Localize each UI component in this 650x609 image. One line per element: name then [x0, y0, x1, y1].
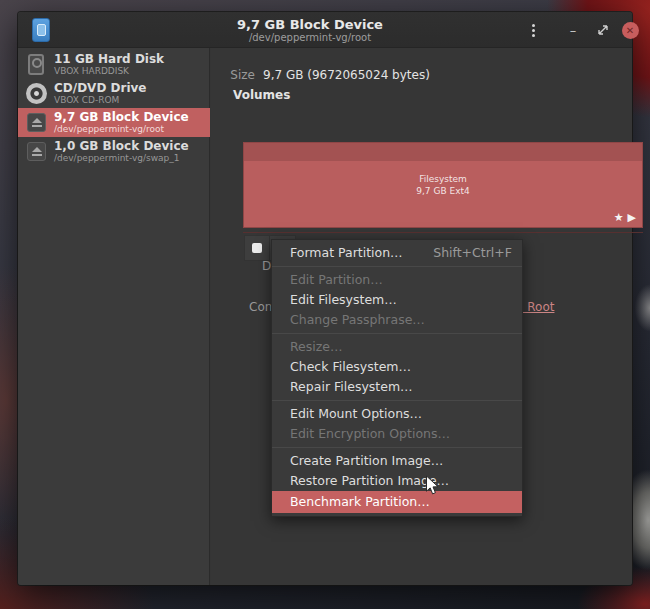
volume-frame-border [243, 232, 643, 233]
volume-name: Filesystem [419, 173, 467, 185]
device-sidebar: 11 GB Hard Disk VBOX HARDDISK CD/DVD Dri… [18, 48, 210, 585]
menu-separator [272, 447, 522, 448]
device-subtitle: /dev/peppermint-vg/swap_1 [54, 153, 179, 163]
size-value: 9,7 GB (9672065024 bytes) [263, 68, 430, 82]
menu-item-edit-filesystem[interactable]: Edit Filesystem… [272, 290, 522, 310]
window-subtitle: /dev/peppermint-vg/root [138, 32, 482, 44]
device-subtitle: VBOX HARDDISK [54, 66, 129, 76]
app-icon-glyph [37, 24, 46, 36]
sidebar-item-cd-drive[interactable]: CD/DVD Drive VBOX CD-ROM [18, 79, 210, 108]
close-button[interactable]: ✕ [619, 20, 641, 40]
star-icon: ★ [614, 211, 624, 224]
menu-separator [272, 333, 522, 334]
app-icon [32, 18, 50, 42]
sidebar-item-hard-disk[interactable]: 11 GB Hard Disk VBOX HARDDISK [18, 50, 210, 79]
menu-item-repair-filesystem[interactable]: Repair Filesystem… [272, 377, 522, 397]
menu-item-check-filesystem[interactable]: Check Filesystem… [272, 357, 522, 377]
maximize-button[interactable] [592, 20, 614, 40]
kebab-menu-icon[interactable] [522, 20, 544, 40]
menu-item-edit-mount-options[interactable]: Edit Mount Options… [272, 404, 522, 424]
titlebar: 9,7 GB Block Device /dev/peppermint-vg/r… [18, 12, 632, 48]
play-icon: ▶ [628, 211, 636, 224]
device-title: 9,7 GB Block Device [54, 110, 189, 124]
cd-drive-icon [26, 83, 47, 104]
menu-item-change-passphrase: Change Passphrase… [272, 310, 522, 330]
device-title: 11 GB Hard Disk [54, 52, 164, 66]
device-subtitle: /dev/peppermint-vg/root [54, 124, 164, 134]
volume-header-strip [244, 143, 642, 161]
sidebar-item-block-device-root[interactable]: 9,7 GB Block Device /dev/peppermint-vg/r… [18, 108, 210, 137]
volume-detail: 9,7 GB Ext4 [416, 185, 469, 197]
menu-item-restore-partition-image[interactable]: Restore Partition Image… [272, 471, 522, 491]
volume-block[interactable]: Filesystem 9,7 GB Ext4 ★ ▶ [243, 142, 643, 228]
window-title: 9,7 GB Block Device [138, 17, 482, 32]
menu-item-create-partition-image[interactable]: Create Partition Image… [272, 451, 522, 471]
menu-item-edit-encryption-options: Edit Encryption Options… [272, 424, 522, 444]
minimize-button[interactable]: – [562, 20, 584, 40]
menu-separator [272, 400, 522, 401]
device-subtitle: VBOX CD-ROM [54, 95, 119, 105]
hard-disk-icon [26, 54, 47, 75]
disks-window: 9,7 GB Block Device /dev/peppermint-vg/r… [18, 12, 632, 585]
mouse-cursor [425, 475, 441, 497]
block-device-icon [26, 141, 47, 162]
device-title: 1,0 GB Block Device [54, 139, 189, 153]
accelerator: Shift+Ctrl+F [433, 243, 512, 263]
menu-item-benchmark-partition[interactable]: Benchmark Partition… [272, 491, 522, 513]
sidebar-item-block-device-swap[interactable]: 1,0 GB Block Device /dev/peppermint-vg/s… [18, 137, 210, 166]
close-icon: ✕ [622, 22, 639, 39]
partition-context-menu: Format Partition… Shift+Ctrl+F Edit Part… [271, 239, 523, 517]
stop-square-icon [252, 243, 262, 253]
unmount-button[interactable] [244, 235, 270, 261]
device-title: CD/DVD Drive [54, 81, 147, 95]
maximize-icon [597, 24, 609, 36]
volumes-heading: Volumes [233, 88, 290, 102]
menu-item-resize: Resize… [272, 337, 522, 357]
menu-item-edit-partition: Edit Partition… [272, 270, 522, 290]
menu-item-format-partition[interactable]: Format Partition… Shift+Ctrl+F [272, 243, 522, 263]
block-device-icon [26, 112, 47, 133]
desktop: 9,7 GB Block Device /dev/peppermint-vg/r… [0, 0, 650, 609]
menu-separator [272, 266, 522, 267]
size-label: Size [213, 68, 255, 82]
